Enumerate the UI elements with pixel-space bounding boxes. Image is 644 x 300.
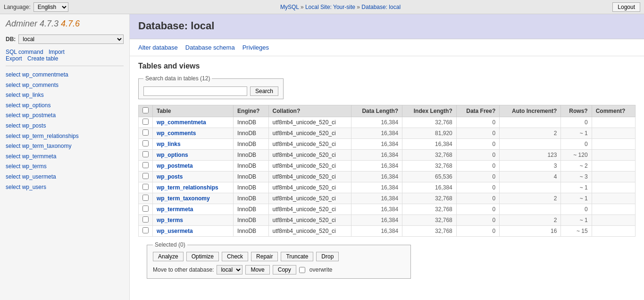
select-wp_comments[interactable]: select wp_comments [6, 80, 124, 91]
engine-cell: InnoDB [234, 193, 269, 204]
drop-button[interactable]: Drop [316, 252, 339, 261]
version-new: 4.7.6 [61, 19, 80, 28]
row-checkbox-cell [139, 139, 153, 150]
table-link[interactable]: wp_posts [157, 173, 183, 180]
data-free-cell: 0 [456, 139, 500, 150]
export-link[interactable]: Export [6, 55, 22, 62]
optimize-button[interactable]: Optimize [186, 252, 219, 261]
select-wp_links[interactable]: select wp_links [6, 90, 124, 101]
select-wp_term_taxonomy[interactable]: select wp_term_taxonomy [6, 141, 124, 152]
repair-button[interactable]: Repair [251, 252, 278, 261]
comment-cell [592, 150, 635, 161]
database-schema-link[interactable]: Database schema [185, 44, 235, 51]
table-name-cell: wp_posts [153, 171, 234, 182]
auto-increment-cell [500, 139, 561, 150]
select-wp_postmeta[interactable]: select wp_postmeta [6, 111, 124, 121]
search-form: Search [143, 86, 278, 96]
db-select[interactable]: local [18, 34, 124, 44]
check-all-checkbox[interactable] [142, 107, 149, 113]
table-name-cell: wp_usermeta [153, 226, 234, 237]
sql-command-link[interactable]: SQL command [6, 49, 43, 55]
row-checkbox[interactable] [142, 140, 149, 146]
table-link[interactable]: wp_postmeta [157, 163, 193, 169]
move-db-select[interactable]: local [217, 265, 243, 274]
table-link[interactable]: wp_usermeta [157, 228, 193, 234]
rows-cell: ~ 1 [561, 215, 592, 226]
select-wp_termmeta[interactable]: select wp_termmeta [6, 152, 124, 162]
analyze-button[interactable]: Analyze [153, 252, 184, 261]
table-name-cell: wp_termmeta [153, 204, 234, 215]
version-current: 4.7.3 [40, 19, 59, 28]
select-wp_options[interactable]: select wp_options [6, 101, 124, 111]
breadcrumb-mysql[interactable]: MySQL [280, 4, 299, 10]
table-link[interactable]: wp_termmeta [157, 206, 193, 213]
data-free-cell: 0 [456, 226, 500, 237]
data-length-cell: 16,384 [351, 117, 402, 128]
search-fieldset: Search data in tables (12) Search [138, 75, 284, 99]
rows-cell: 0 [561, 139, 592, 150]
table-name-cell: wp_postmeta [153, 161, 234, 171]
row-checkbox[interactable] [142, 206, 149, 212]
language-select[interactable]: English Czech French German Spanish [33, 2, 68, 12]
table-row: wp_postmeta InnoDB utf8mb4_unicode_520_c… [139, 161, 636, 171]
index-length-cell: 32,768 [402, 161, 457, 171]
auto-increment-cell: 2 [500, 215, 561, 226]
select-wp_posts[interactable]: select wp_posts [6, 121, 124, 131]
create-table-link[interactable]: Create table [27, 55, 58, 62]
table-link[interactable]: wp_commentmeta [157, 119, 206, 126]
th-table: Table [153, 105, 234, 117]
sidebar: Adminer 4.7.3 4.7.6 DB: local SQL comman… [0, 14, 130, 300]
table-name-cell: wp_comments [153, 128, 234, 139]
selected-bar: Selected (0) Analyze Optimize Check Repa… [147, 241, 411, 279]
table-link[interactable]: wp_term_taxonomy [157, 195, 210, 202]
import-link[interactable]: Import [49, 49, 65, 55]
breadcrumb-database[interactable]: Database: local [361, 4, 401, 10]
data-free-cell: 0 [456, 117, 500, 128]
collation-cell: utf8mb4_unicode_520_ci [268, 139, 351, 150]
check-button[interactable]: Check [222, 252, 248, 261]
row-checkbox[interactable] [142, 216, 149, 223]
privileges-link[interactable]: Privileges [243, 44, 269, 51]
row-checkbox[interactable] [142, 195, 149, 201]
move-button[interactable]: Move [245, 265, 269, 274]
table-link[interactable]: wp_terms [157, 217, 183, 223]
row-checkbox[interactable] [142, 227, 149, 233]
breadcrumb-site[interactable]: Local Site: Your-site [305, 4, 355, 10]
th-data-free: Data Free? [456, 105, 500, 117]
table-link[interactable]: wp_term_relationships [157, 184, 218, 191]
page-title: Database: local [138, 20, 636, 32]
th-index-length: Index Length? [402, 105, 457, 117]
select-wp_users[interactable]: select wp_users [6, 182, 124, 193]
row-checkbox[interactable] [142, 173, 149, 179]
table-row: wp_options InnoDB utf8mb4_unicode_520_ci… [139, 150, 636, 161]
overwrite-checkbox[interactable] [299, 267, 305, 273]
table-name-cell: wp_links [153, 139, 234, 150]
rows-cell: 0 [561, 204, 592, 215]
th-data-length: Data Length? [351, 105, 402, 117]
table-link[interactable]: wp_links [157, 141, 181, 147]
row-checkbox[interactable] [142, 129, 149, 136]
select-wp_commentmeta[interactable]: select wp_commentmeta [6, 70, 124, 80]
data-free-cell: 0 [456, 150, 500, 161]
select-wp_terms[interactable]: select wp_terms [6, 162, 124, 172]
search-button[interactable]: Search [250, 86, 278, 96]
tables-section: Tables and views Search data in tables (… [130, 56, 644, 289]
table-link[interactable]: wp_options [157, 152, 188, 158]
select-wp_usermeta[interactable]: select wp_usermeta [6, 172, 124, 182]
logout-button[interactable]: Logout [612, 2, 640, 12]
alter-database-link[interactable]: Alter database [138, 44, 178, 51]
row-checkbox[interactable] [142, 119, 149, 125]
comment-cell [592, 171, 635, 182]
row-checkbox[interactable] [142, 162, 149, 168]
copy-button[interactable]: Copy [273, 265, 296, 274]
select-wp_term_relationships[interactable]: select wp_term_relationships [6, 131, 124, 142]
table-link[interactable]: wp_comments [157, 130, 196, 137]
search-input[interactable] [143, 86, 247, 96]
row-checkbox[interactable] [142, 184, 149, 190]
index-length-cell: 32,768 [402, 193, 457, 204]
th-comment: Comment? [592, 105, 635, 117]
truncate-button[interactable]: Truncate [281, 252, 313, 261]
row-checkbox[interactable] [142, 151, 149, 157]
engine-cell: InnoDB [234, 128, 269, 139]
data-length-cell: 16,384 [351, 182, 402, 193]
